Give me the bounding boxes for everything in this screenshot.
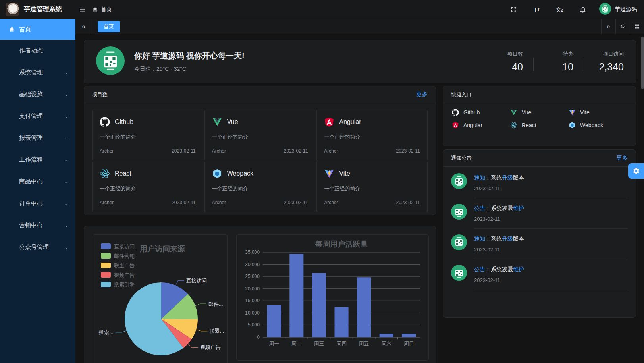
scrollbar-thumb[interactable] [641, 37, 644, 89]
user-menu[interactable]: 芋道源码 [599, 3, 637, 16]
pie-legend-item[interactable]: 搜索引擎 [101, 282, 135, 288]
quick-entry-vue[interactable]: Vue [510, 109, 569, 116]
react-icon [510, 122, 517, 129]
project-tile-vite[interactable]: Vite一个正经的简介Archer2023-02-11 [316, 162, 428, 212]
project-name: Vite [339, 170, 350, 177]
user-avatar [599, 3, 611, 16]
quick-entry-vite[interactable]: Vite [569, 109, 627, 116]
logo-avatar [6, 3, 19, 16]
notification-bell-icon[interactable] [576, 3, 590, 16]
react-icon [100, 168, 110, 179]
top-navbar: 芋道管理系统 首页 TT 文A 芋道源码 [0, 0, 644, 19]
project-date: 2023-02-11 [284, 148, 308, 154]
breadcrumb[interactable]: 首页 [92, 6, 112, 13]
sidebar-collapse-icon[interactable] [75, 3, 89, 16]
sidebar-item-home[interactable]: 首页 [0, 19, 75, 40]
notice-item-2[interactable]: 公告：系统凌晨维护2023-02-11 [451, 198, 628, 229]
project-tile-github[interactable]: Github一个正经的简介Archer2023-02-11 [92, 110, 203, 160]
chevron-down-icon: ⌄ [64, 201, 68, 206]
tabs-scroll-right-icon[interactable]: » [601, 19, 615, 34]
sidebar-item-10[interactable]: 公众号管理⌄ [0, 236, 75, 258]
svg-text:15,000: 15,000 [245, 298, 260, 303]
pie-label: 搜索... [98, 329, 114, 335]
sidebar-item-label: 首页 [19, 26, 31, 33]
notice-item-4[interactable]: 公告：系统凌晨维护2023-02-11 [451, 259, 628, 290]
sidebar-item-3[interactable]: 基础设施⌄ [0, 83, 75, 105]
svg-text:周六: 周六 [381, 340, 391, 346]
main-content: 你好 芋道源码 祝你开心每一天! 今日晴，20°C - 32°C! 项目数 40… [75, 34, 644, 363]
notice-item-1[interactable]: 通知：系统升级版本2023-02-11 [451, 168, 628, 198]
project-date: 2023-02-11 [284, 200, 308, 205]
refresh-icon[interactable] [615, 19, 630, 34]
font-size-icon[interactable]: TT [530, 3, 544, 16]
projects-more-link[interactable]: 更多 [416, 91, 428, 98]
svg-text:35,000: 35,000 [245, 249, 260, 255]
pie-legend-item[interactable]: 视频广告 [101, 272, 135, 278]
svg-text:5,000: 5,000 [248, 322, 260, 328]
language-icon[interactable]: 文A [553, 3, 567, 16]
chevron-down-icon: ⌄ [64, 223, 68, 228]
greeting-title: 你好 芋道源码 祝你开心每一天! [134, 50, 245, 61]
tabs-scroll-left-icon[interactable]: « [75, 19, 92, 34]
project-name: Github [115, 118, 133, 126]
svg-text:30,000: 30,000 [245, 262, 260, 267]
bar-chart: 每周用户活跃量05,00010,00015,00020,00025,00030,… [236, 234, 429, 361]
svg-text:10,000: 10,000 [245, 310, 260, 316]
vite-icon [569, 109, 576, 116]
sidebar-item-8[interactable]: 订单中心⌄ [0, 193, 75, 214]
notice-date: 2023-02-11 [474, 216, 628, 222]
quick-entry-react[interactable]: React [510, 122, 569, 129]
webpack-icon [212, 168, 222, 179]
notice-title-text: 公告：系统凌晨维护 [474, 205, 628, 212]
sidebar-item-2[interactable]: 系统管理⌄ [0, 62, 75, 83]
project-desc: 一个正经的简介 [324, 185, 420, 192]
sidebar-item-6[interactable]: 工作流程⌄ [0, 149, 75, 171]
app-title: 芋道管理系统 [24, 5, 62, 14]
svg-text:联盟广告: 联盟广告 [114, 263, 135, 268]
project-tile-angular[interactable]: Angular一个正经的简介Archer2023-02-11 [316, 110, 428, 160]
tab-home[interactable]: 首页 [98, 21, 120, 32]
projects-title: 项目数 [92, 91, 108, 98]
qr-avatar [451, 173, 467, 189]
sidebar-item-9[interactable]: 营销中心⌄ [0, 214, 75, 236]
github-icon [452, 109, 459, 116]
svg-text:周日: 周日 [404, 340, 414, 346]
sidebar-item-5[interactable]: 报表管理⌄ [0, 127, 75, 149]
project-tile-react[interactable]: React一个正经的简介Archer2023-02-11 [92, 162, 203, 212]
quick-entry-github[interactable]: Github [452, 109, 510, 116]
notice-item-3[interactable]: 通知：系统升级版本2023-02-11 [451, 229, 628, 259]
notice-avatar [451, 234, 467, 259]
pie-legend-item[interactable]: 联盟广告 [101, 263, 135, 268]
vite-icon [324, 168, 334, 179]
sidebar-item-7[interactable]: 商品中心⌄ [0, 171, 75, 193]
project-author: Archer [324, 200, 338, 205]
breadcrumb-label: 首页 [101, 6, 112, 13]
svg-text:20,000: 20,000 [245, 286, 260, 292]
sidebar-item-1[interactable]: 作者动态 [0, 40, 75, 62]
home-icon [92, 6, 98, 12]
project-tile-vue[interactable]: Vue一个正经的简介Archer2023-02-11 [204, 110, 316, 160]
logo[interactable]: 芋道管理系统 [0, 3, 75, 16]
notice-date: 2023-02-11 [474, 247, 628, 253]
fullscreen-icon[interactable] [507, 3, 521, 16]
pie-label: 视频广告 [200, 344, 221, 350]
project-name: Vue [227, 118, 238, 126]
layout-grid-icon[interactable] [630, 19, 644, 34]
notice-more-link[interactable]: 更多 [617, 154, 628, 162]
project-name: Webpack [227, 170, 253, 177]
quick-entry-angular[interactable]: Angular [452, 122, 510, 129]
stats: 项目数 40 待办 10 项目访问 2,340 [494, 50, 624, 73]
sidebar-item-4[interactable]: 支付管理⌄ [0, 105, 75, 127]
github-icon [100, 117, 110, 127]
qr-avatar [451, 234, 467, 250]
project-tile-webpack[interactable]: Webpack一个正经的简介Archer2023-02-11 [204, 162, 316, 212]
pie-legend-item[interactable]: 直接访问 [101, 243, 135, 249]
sidebar-item-label: 支付管理 [19, 112, 43, 120]
chevron-down-icon: ⌄ [64, 136, 68, 140]
pie-legend-item[interactable]: 邮件营销 [101, 253, 135, 259]
stat-visits: 项目访问 2,340 [594, 50, 624, 73]
settings-gear-button[interactable] [628, 163, 644, 179]
quick-entry-webpack[interactable]: Webpack [569, 122, 627, 129]
qr-avatar [451, 265, 467, 281]
notice-title-text: 通知：系统升级版本 [474, 174, 628, 182]
